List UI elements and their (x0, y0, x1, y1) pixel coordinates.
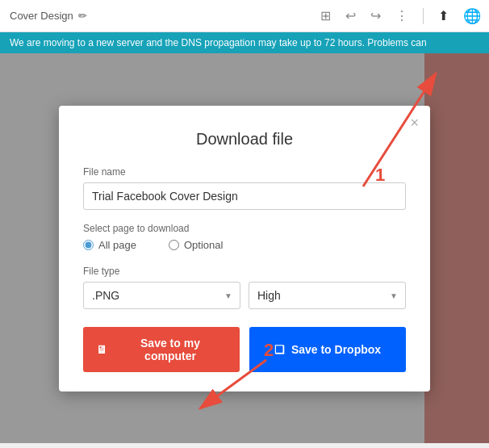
download-modal: × Download file File name Select page to… (59, 106, 430, 391)
file-type-row: .PNG .JPG .PDF .SVG ▼ High Medium Low ▼ (83, 282, 406, 309)
main-content: × Download file File name Select page to… (0, 53, 489, 443)
save-computer-button[interactable]: 🖥 Save to my computer (83, 327, 240, 372)
edit-icon[interactable]: ✏ (78, 10, 87, 22)
modal-title: Download file (83, 130, 406, 149)
undo-icon[interactable]: ↩ (345, 8, 356, 23)
upload-icon[interactable]: ⬆ (438, 8, 449, 23)
divider (423, 8, 424, 24)
radio-all-page[interactable]: All page (83, 239, 136, 251)
radio-all-page-label: All page (98, 239, 136, 251)
radio-optional-input[interactable] (169, 240, 179, 250)
quality-select-wrapper: High Medium Low ▼ (249, 282, 406, 309)
quality-select[interactable]: High Medium Low (249, 282, 406, 309)
button-row: 🖥 Save to my computer ❑ Save to Dropbox (83, 327, 406, 372)
file-name-label: File name (83, 166, 406, 178)
notification-text: We are moving to a new server and the DN… (10, 37, 427, 48)
file-type-select-wrapper: .PNG .JPG .PDF .SVG ▼ (83, 282, 240, 309)
select-page-label: Select page to download (83, 223, 406, 234)
save-computer-label: Save to my computer (114, 337, 227, 362)
page-selection-group: All page Optional (83, 239, 406, 251)
radio-optional-label: Optional (184, 239, 223, 251)
redo-icon[interactable]: ↪ (370, 8, 381, 23)
notification-banner: We are moving to a new server and the DN… (0, 32, 489, 53)
top-bar-icons: ⊞ ↩ ↪ ⋮ ⬆ (320, 8, 449, 24)
globe-icon[interactable]: 🌐 (463, 7, 481, 25)
radio-all-page-input[interactable] (83, 240, 94, 250)
top-bar-title: Cover Design ✏ (10, 10, 87, 22)
file-type-select[interactable]: .PNG .JPG .PDF .SVG (83, 282, 240, 309)
save-dropbox-label: Save to Dropbox (291, 343, 381, 356)
computer-icon: 🖥 (96, 343, 107, 356)
save-dropbox-button[interactable]: ❑ Save to Dropbox (249, 327, 406, 372)
radio-optional[interactable]: Optional (169, 239, 223, 251)
dropbox-icon: ❑ (274, 343, 285, 356)
top-bar: Cover Design ✏ ⊞ ↩ ↪ ⋮ ⬆ 🌐 (0, 0, 489, 32)
share-icon[interactable]: ⋮ (395, 8, 408, 23)
file-name-input[interactable] (83, 182, 406, 210)
file-type-label: File type (83, 266, 406, 277)
modal-close-button[interactable]: × (410, 115, 419, 130)
template-icon[interactable]: ⊞ (320, 8, 331, 23)
cover-design-label: Cover Design (10, 10, 73, 22)
modal-overlay: × Download file File name Select page to… (0, 53, 489, 443)
